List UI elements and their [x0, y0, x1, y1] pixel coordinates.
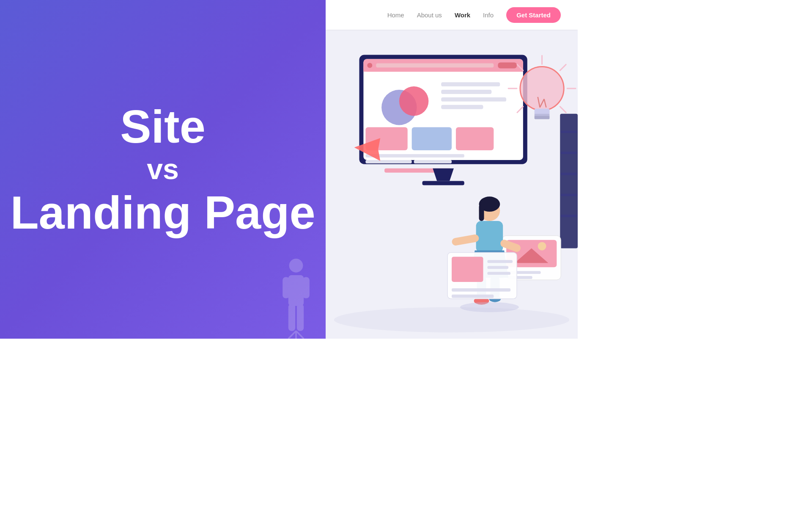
main-illustration [326, 30, 578, 337]
silhouette-figure [275, 254, 317, 339]
svg-rect-50 [561, 130, 577, 133]
svg-rect-64 [479, 204, 484, 221]
svg-line-47 [560, 107, 566, 113]
svg-rect-21 [441, 97, 506, 102]
navbar: Home About us Work Info Get Started [326, 0, 578, 30]
svg-rect-38 [535, 116, 550, 119]
svg-rect-52 [561, 173, 577, 175]
svg-rect-77 [487, 266, 508, 269]
svg-point-18 [399, 86, 429, 116]
hero-text: Site vs Landing Page [10, 101, 315, 238]
svg-rect-24 [412, 127, 452, 150]
svg-rect-80 [452, 295, 494, 298]
get-started-button[interactable]: Get Started [506, 7, 561, 23]
nav-about[interactable]: About us [417, 11, 442, 19]
svg-rect-54 [561, 215, 577, 217]
svg-rect-20 [441, 90, 491, 94]
svg-point-9 [334, 307, 569, 333]
svg-rect-65 [476, 221, 503, 252]
svg-point-81 [460, 302, 519, 312]
svg-rect-16 [498, 62, 517, 68]
svg-rect-78 [487, 272, 510, 275]
nav-work[interactable]: Work [455, 11, 470, 19]
svg-rect-79 [452, 288, 510, 292]
svg-rect-51 [561, 152, 577, 154]
svg-point-0 [289, 259, 303, 273]
hero-line2: vs [10, 152, 315, 187]
svg-point-14 [367, 63, 372, 68]
svg-rect-5 [297, 304, 304, 331]
svg-point-59 [538, 242, 546, 251]
svg-rect-4 [288, 304, 295, 331]
svg-rect-3 [302, 277, 309, 298]
hero-line3: Landing Page [10, 187, 315, 238]
svg-rect-22 [441, 105, 483, 109]
svg-rect-29 [414, 160, 452, 163]
nav-info[interactable]: Info [483, 11, 494, 19]
svg-rect-27 [365, 160, 411, 163]
svg-rect-15 [376, 63, 494, 67]
right-panel: Home About us Work Info Get Started [326, 0, 578, 339]
hero-line1: Site [10, 101, 315, 152]
svg-rect-28 [414, 154, 464, 157]
svg-line-6 [288, 331, 296, 339]
svg-rect-67 [451, 234, 480, 246]
svg-rect-25 [456, 127, 494, 150]
svg-rect-49 [560, 114, 578, 248]
svg-rect-76 [487, 260, 513, 263]
svg-rect-19 [441, 82, 500, 86]
svg-rect-53 [561, 193, 577, 196]
svg-rect-75 [452, 257, 483, 282]
svg-rect-2 [283, 277, 289, 298]
svg-rect-32 [422, 181, 464, 185]
svg-rect-1 [288, 275, 304, 306]
svg-line-7 [296, 331, 304, 339]
svg-marker-31 [433, 168, 454, 181]
left-panel: Site vs Landing Page [0, 0, 326, 339]
nav-home[interactable]: Home [387, 11, 404, 19]
svg-line-43 [560, 64, 566, 70]
